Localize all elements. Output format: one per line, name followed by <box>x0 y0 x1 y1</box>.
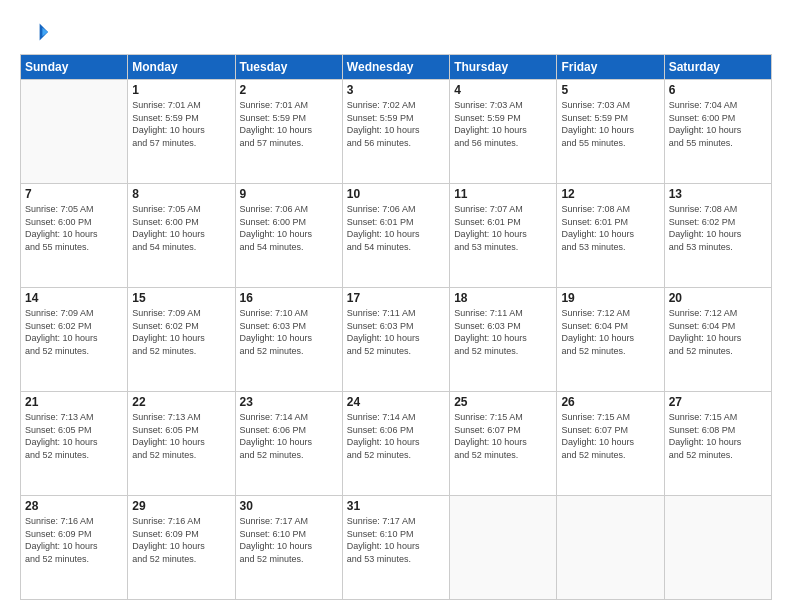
calendar-cell: 15Sunrise: 7:09 AM Sunset: 6:02 PM Dayli… <box>128 288 235 392</box>
cell-info: Sunrise: 7:15 AM Sunset: 6:08 PM Dayligh… <box>669 411 767 461</box>
cell-info: Sunrise: 7:13 AM Sunset: 6:05 PM Dayligh… <box>132 411 230 461</box>
cell-info: Sunrise: 7:12 AM Sunset: 6:04 PM Dayligh… <box>561 307 659 357</box>
calendar-cell: 26Sunrise: 7:15 AM Sunset: 6:07 PM Dayli… <box>557 392 664 496</box>
calendar-cell: 24Sunrise: 7:14 AM Sunset: 6:06 PM Dayli… <box>342 392 449 496</box>
calendar-cell: 12Sunrise: 7:08 AM Sunset: 6:01 PM Dayli… <box>557 184 664 288</box>
day-number: 27 <box>669 395 767 409</box>
calendar-cell: 8Sunrise: 7:05 AM Sunset: 6:00 PM Daylig… <box>128 184 235 288</box>
weekday-header-sunday: Sunday <box>21 55 128 80</box>
cell-info: Sunrise: 7:08 AM Sunset: 6:02 PM Dayligh… <box>669 203 767 253</box>
cell-info: Sunrise: 7:01 AM Sunset: 5:59 PM Dayligh… <box>240 99 338 149</box>
cell-info: Sunrise: 7:17 AM Sunset: 6:10 PM Dayligh… <box>347 515 445 565</box>
calendar-cell: 25Sunrise: 7:15 AM Sunset: 6:07 PM Dayli… <box>450 392 557 496</box>
day-number: 4 <box>454 83 552 97</box>
calendar-cell: 21Sunrise: 7:13 AM Sunset: 6:05 PM Dayli… <box>21 392 128 496</box>
week-row-4: 21Sunrise: 7:13 AM Sunset: 6:05 PM Dayli… <box>21 392 772 496</box>
day-number: 10 <box>347 187 445 201</box>
calendar-cell: 17Sunrise: 7:11 AM Sunset: 6:03 PM Dayli… <box>342 288 449 392</box>
cell-info: Sunrise: 7:03 AM Sunset: 5:59 PM Dayligh… <box>561 99 659 149</box>
calendar-cell: 7Sunrise: 7:05 AM Sunset: 6:00 PM Daylig… <box>21 184 128 288</box>
cell-info: Sunrise: 7:15 AM Sunset: 6:07 PM Dayligh… <box>454 411 552 461</box>
weekday-header-friday: Friday <box>557 55 664 80</box>
day-number: 25 <box>454 395 552 409</box>
calendar-cell: 28Sunrise: 7:16 AM Sunset: 6:09 PM Dayli… <box>21 496 128 600</box>
weekday-header-row: SundayMondayTuesdayWednesdayThursdayFrid… <box>21 55 772 80</box>
day-number: 22 <box>132 395 230 409</box>
calendar-cell: 22Sunrise: 7:13 AM Sunset: 6:05 PM Dayli… <box>128 392 235 496</box>
calendar-cell: 2Sunrise: 7:01 AM Sunset: 5:59 PM Daylig… <box>235 80 342 184</box>
calendar-cell: 14Sunrise: 7:09 AM Sunset: 6:02 PM Dayli… <box>21 288 128 392</box>
calendar-cell: 29Sunrise: 7:16 AM Sunset: 6:09 PM Dayli… <box>128 496 235 600</box>
calendar-cell: 31Sunrise: 7:17 AM Sunset: 6:10 PM Dayli… <box>342 496 449 600</box>
calendar-cell: 6Sunrise: 7:04 AM Sunset: 6:00 PM Daylig… <box>664 80 771 184</box>
weekday-header-thursday: Thursday <box>450 55 557 80</box>
calendar-cell: 13Sunrise: 7:08 AM Sunset: 6:02 PM Dayli… <box>664 184 771 288</box>
calendar-cell: 1Sunrise: 7:01 AM Sunset: 5:59 PM Daylig… <box>128 80 235 184</box>
day-number: 23 <box>240 395 338 409</box>
cell-info: Sunrise: 7:11 AM Sunset: 6:03 PM Dayligh… <box>454 307 552 357</box>
cell-info: Sunrise: 7:02 AM Sunset: 5:59 PM Dayligh… <box>347 99 445 149</box>
logo-icon <box>20 18 48 46</box>
cell-info: Sunrise: 7:09 AM Sunset: 6:02 PM Dayligh… <box>132 307 230 357</box>
cell-info: Sunrise: 7:16 AM Sunset: 6:09 PM Dayligh… <box>132 515 230 565</box>
day-number: 20 <box>669 291 767 305</box>
day-number: 28 <box>25 499 123 513</box>
day-number: 31 <box>347 499 445 513</box>
calendar-table: SundayMondayTuesdayWednesdayThursdayFrid… <box>20 54 772 600</box>
day-number: 30 <box>240 499 338 513</box>
calendar-cell: 27Sunrise: 7:15 AM Sunset: 6:08 PM Dayli… <box>664 392 771 496</box>
calendar-cell: 5Sunrise: 7:03 AM Sunset: 5:59 PM Daylig… <box>557 80 664 184</box>
day-number: 11 <box>454 187 552 201</box>
day-number: 16 <box>240 291 338 305</box>
day-number: 6 <box>669 83 767 97</box>
header <box>20 18 772 46</box>
week-row-5: 28Sunrise: 7:16 AM Sunset: 6:09 PM Dayli… <box>21 496 772 600</box>
day-number: 2 <box>240 83 338 97</box>
cell-info: Sunrise: 7:01 AM Sunset: 5:59 PM Dayligh… <box>132 99 230 149</box>
cell-info: Sunrise: 7:05 AM Sunset: 6:00 PM Dayligh… <box>132 203 230 253</box>
cell-info: Sunrise: 7:09 AM Sunset: 6:02 PM Dayligh… <box>25 307 123 357</box>
day-number: 17 <box>347 291 445 305</box>
calendar-cell: 11Sunrise: 7:07 AM Sunset: 6:01 PM Dayli… <box>450 184 557 288</box>
calendar-cell <box>557 496 664 600</box>
calendar-cell <box>21 80 128 184</box>
weekday-header-tuesday: Tuesday <box>235 55 342 80</box>
day-number: 12 <box>561 187 659 201</box>
day-number: 15 <box>132 291 230 305</box>
cell-info: Sunrise: 7:06 AM Sunset: 6:01 PM Dayligh… <box>347 203 445 253</box>
day-number: 24 <box>347 395 445 409</box>
day-number: 26 <box>561 395 659 409</box>
cell-info: Sunrise: 7:13 AM Sunset: 6:05 PM Dayligh… <box>25 411 123 461</box>
cell-info: Sunrise: 7:04 AM Sunset: 6:00 PM Dayligh… <box>669 99 767 149</box>
cell-info: Sunrise: 7:11 AM Sunset: 6:03 PM Dayligh… <box>347 307 445 357</box>
calendar-cell: 10Sunrise: 7:06 AM Sunset: 6:01 PM Dayli… <box>342 184 449 288</box>
cell-info: Sunrise: 7:12 AM Sunset: 6:04 PM Dayligh… <box>669 307 767 357</box>
logo <box>20 18 52 46</box>
svg-marker-1 <box>42 28 48 36</box>
cell-info: Sunrise: 7:10 AM Sunset: 6:03 PM Dayligh… <box>240 307 338 357</box>
week-row-3: 14Sunrise: 7:09 AM Sunset: 6:02 PM Dayli… <box>21 288 772 392</box>
day-number: 19 <box>561 291 659 305</box>
day-number: 8 <box>132 187 230 201</box>
week-row-2: 7Sunrise: 7:05 AM Sunset: 6:00 PM Daylig… <box>21 184 772 288</box>
day-number: 18 <box>454 291 552 305</box>
calendar-cell: 30Sunrise: 7:17 AM Sunset: 6:10 PM Dayli… <box>235 496 342 600</box>
cell-info: Sunrise: 7:07 AM Sunset: 6:01 PM Dayligh… <box>454 203 552 253</box>
calendar-cell: 4Sunrise: 7:03 AM Sunset: 5:59 PM Daylig… <box>450 80 557 184</box>
cell-info: Sunrise: 7:14 AM Sunset: 6:06 PM Dayligh… <box>240 411 338 461</box>
calendar-cell <box>664 496 771 600</box>
day-number: 14 <box>25 291 123 305</box>
cell-info: Sunrise: 7:08 AM Sunset: 6:01 PM Dayligh… <box>561 203 659 253</box>
cell-info: Sunrise: 7:03 AM Sunset: 5:59 PM Dayligh… <box>454 99 552 149</box>
calendar-cell: 23Sunrise: 7:14 AM Sunset: 6:06 PM Dayli… <box>235 392 342 496</box>
day-number: 3 <box>347 83 445 97</box>
calendar-cell: 3Sunrise: 7:02 AM Sunset: 5:59 PM Daylig… <box>342 80 449 184</box>
day-number: 29 <box>132 499 230 513</box>
weekday-header-wednesday: Wednesday <box>342 55 449 80</box>
calendar-cell: 9Sunrise: 7:06 AM Sunset: 6:00 PM Daylig… <box>235 184 342 288</box>
calendar-cell: 18Sunrise: 7:11 AM Sunset: 6:03 PM Dayli… <box>450 288 557 392</box>
calendar-cell: 20Sunrise: 7:12 AM Sunset: 6:04 PM Dayli… <box>664 288 771 392</box>
day-number: 5 <box>561 83 659 97</box>
calendar-cell: 19Sunrise: 7:12 AM Sunset: 6:04 PM Dayli… <box>557 288 664 392</box>
cell-info: Sunrise: 7:05 AM Sunset: 6:00 PM Dayligh… <box>25 203 123 253</box>
